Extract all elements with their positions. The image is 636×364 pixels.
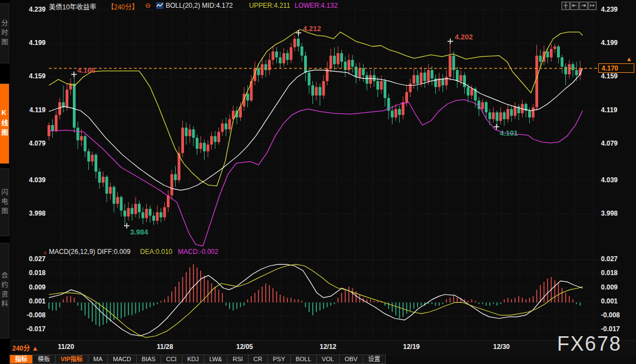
toolbar-item-VIP指标[interactable]: VIP指标 <box>56 355 88 364</box>
toolbar-item-PSY[interactable]: PSY <box>268 355 291 364</box>
period-label[interactable]: 【240分】 <box>107 2 138 11</box>
last-price-box: 4.170 <box>598 63 634 73</box>
chart-canvas[interactable]: 4.1664.2124.2024.1013.984 <box>0 0 636 364</box>
xaxis-label: 11/28 <box>157 343 173 351</box>
pan-tool-icon[interactable]: ┼ <box>562 2 570 10</box>
chart-app: 4.1664.2124.2024.1013.984 分时图K线图闪电图合约资料 … <box>0 0 636 364</box>
xaxis-label: 12/12 <box>320 343 336 351</box>
macd-yaxis-label-left: -0.017 <box>17 325 46 333</box>
macd-yaxis-label-left: 0.001 <box>17 297 46 305</box>
collapse-panel-icon[interactable]: ↦ <box>588 2 597 10</box>
bottom-toolbar: 指标模板VIP指标MAMACDBIASCCIKDJLW&RSICRPSYBOLL… <box>9 355 386 364</box>
macd-yaxis-label-right: 0.018 <box>601 269 634 277</box>
collapse-icon[interactable]: ⊖ <box>145 2 151 11</box>
macd-yaxis-label-right: 0.027 <box>601 255 634 263</box>
toolbar-item-CR[interactable]: CR <box>249 355 268 364</box>
instrument-title: 美债10年收益率 <box>49 2 96 11</box>
main-yaxis-label-right: 4.159 <box>601 72 634 80</box>
price-up-arrow-icon: ▲ <box>626 56 632 62</box>
xaxis-label: 12/19 <box>403 343 420 351</box>
toolbar-item-OBV[interactable]: OBV <box>340 355 363 364</box>
macd-values: MACD(26,12,9) DIFF:0.009 <box>49 248 131 257</box>
macd-yaxis-label-right: -0.017 <box>601 325 634 333</box>
xaxis-label: 12/05 <box>236 343 253 351</box>
sidebar-tab-分时图[interactable]: 分时图 <box>0 3 9 63</box>
boll-upper-value: UPPER:4.211 <box>249 2 290 11</box>
main-yaxis-label-left: 4.119 <box>17 106 46 114</box>
macd-close-icon[interactable]: × <box>43 250 47 256</box>
main-yaxis-label-right: 4.199 <box>601 39 634 47</box>
sidebar-tab-K线图[interactable]: K线图 <box>0 83 9 164</box>
toolbar-item-MA[interactable]: MA <box>88 355 108 364</box>
zoom-x-axis-icon[interactable]: ⇤ <box>570 2 579 10</box>
macd-yaxis-label-right: -0.008 <box>601 311 634 319</box>
macd-yaxis-label-left: 0.018 <box>17 269 46 277</box>
toolbar-item-VOL[interactable]: VOL <box>317 355 340 364</box>
toolbar-item-设置[interactable]: 设置 <box>363 355 386 364</box>
toolbar-item-CCI[interactable]: CCI <box>161 355 182 364</box>
macd-yaxis-label-left: 0.027 <box>17 255 46 263</box>
sidebar-tab-合约资料[interactable]: 合约资料 <box>0 243 9 338</box>
xaxis-label: 12/30 <box>493 343 510 351</box>
main-yaxis-label-right: 4.079 <box>601 139 634 147</box>
toolbar-item-指标[interactable]: 指标 <box>9 355 33 364</box>
toolbar-item-KDJ[interactable]: KDJ <box>182 355 205 364</box>
zoom-y-axis-icon[interactable]: ⇥ <box>579 2 588 10</box>
main-yaxis-label-right: 4.039 <box>601 176 634 184</box>
boll-lower-value: LOWER:4.132 <box>295 2 337 11</box>
price-annotation: 3.984 <box>130 228 148 236</box>
price-annotation: 4.202 <box>455 33 473 41</box>
main-yaxis-label-left: 4.239 <box>17 6 46 13</box>
period-badge[interactable]: 240分 ▲ <box>12 343 38 352</box>
price-annotation: 4.166 <box>77 66 96 74</box>
toolbar-item-模板[interactable]: 模板 <box>33 355 56 364</box>
dea-value: DEA:0.010 <box>140 248 172 257</box>
main-yaxis-label-right: 4.239 <box>601 6 634 13</box>
toolbar-item-LW&[interactable]: LW& <box>204 355 227 364</box>
toolbar-item-BOLL[interactable]: BOLL <box>291 355 317 364</box>
price-annotation: 4.212 <box>303 24 321 33</box>
macd-yaxis-label-left: -0.008 <box>17 311 46 319</box>
macd-yaxis-label-right: 0.001 <box>601 297 634 305</box>
boll-indicator-icon <box>156 2 163 9</box>
main-yaxis-label-left: 4.159 <box>17 72 46 80</box>
toolbar-item-MACD[interactable]: MACD <box>108 355 136 364</box>
main-yaxis-label-left: 4.199 <box>17 39 46 47</box>
macd-yaxis-label-right: 0.009 <box>601 283 634 291</box>
macd-value: MACD:-0.002 <box>178 248 218 257</box>
toolbar-item-BIAS[interactable]: BIAS <box>137 355 161 364</box>
xaxis-row <box>0 340 636 355</box>
price-annotation: 4.101 <box>500 129 518 137</box>
sidebar-tab-闪电图[interactable]: 闪电图 <box>0 168 9 236</box>
main-yaxis-label-left: 4.039 <box>17 176 46 184</box>
main-yaxis-label-right: 4.119 <box>601 106 634 114</box>
sidebar: 分时图K线图闪电图合约资料 <box>0 0 10 364</box>
main-yaxis-label-left: 4.079 <box>17 139 46 147</box>
macd-yaxis-label-left: 0.009 <box>17 283 46 291</box>
main-yaxis-label-right: 3.998 <box>601 210 634 217</box>
boll-values: BOLL(20,2) MID:4.172 <box>166 2 233 11</box>
watermark: FX678 <box>557 332 622 356</box>
toolbar-item-RSI[interactable]: RSI <box>227 355 248 364</box>
main-yaxis-label-left: 3.998 <box>17 210 46 217</box>
xaxis-label: 11/20 <box>58 343 74 351</box>
